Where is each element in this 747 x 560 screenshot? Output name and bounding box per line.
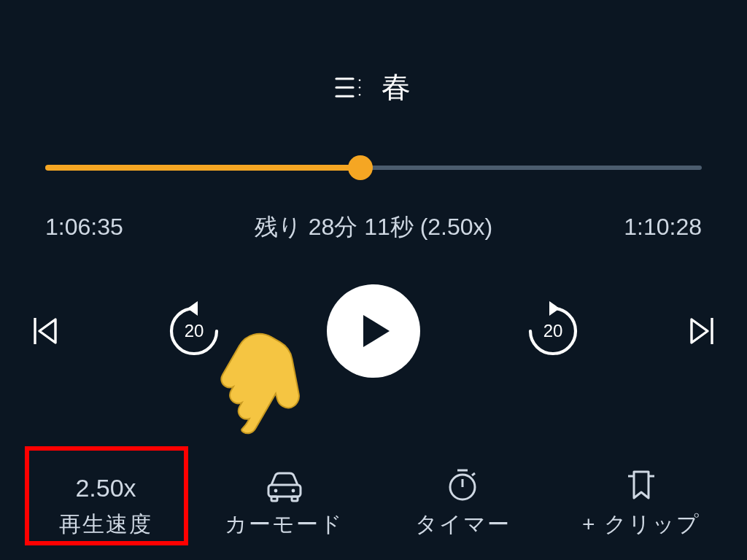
car-mode-label: カーモード — [225, 510, 344, 540]
forward-button[interactable]: 20 — [520, 298, 586, 364]
skip-next-icon — [687, 315, 716, 347]
svg-rect-8 — [268, 485, 301, 497]
svg-point-4 — [359, 86, 361, 88]
progress-fill — [45, 165, 360, 171]
svg-point-10 — [291, 489, 295, 493]
remaining-time: 残り 28分 11秒 (2.50x) — [255, 211, 492, 244]
bookmark-clip-icon — [624, 467, 659, 502]
timer-label: タイマー — [415, 510, 511, 540]
elapsed-time: 1:06:35 — [45, 214, 123, 241]
clip-button[interactable]: + クリップ — [565, 467, 718, 540]
svg-point-9 — [274, 489, 277, 493]
forward-seconds: 20 — [543, 321, 563, 341]
speed-value: 2.50x — [75, 474, 136, 502]
progress-thumb[interactable] — [348, 155, 373, 180]
play-icon — [363, 315, 390, 347]
svg-rect-11 — [271, 497, 277, 501]
timer-icon — [445, 467, 480, 502]
total-time: 1:10:28 — [624, 214, 702, 241]
chapter-title-row[interactable]: 春 — [0, 67, 747, 107]
svg-point-3 — [359, 79, 361, 81]
previous-track-button[interactable] — [29, 315, 61, 347]
chapter-title: 春 — [382, 67, 412, 107]
car-icon — [265, 472, 304, 502]
progress-slider[interactable] — [45, 159, 702, 176]
rewind-seconds: 20 — [185, 321, 204, 341]
svg-point-5 — [359, 93, 361, 96]
svg-line-16 — [472, 473, 475, 475]
playback-speed-button[interactable]: 2.50x 再生速度 — [29, 474, 182, 540]
transport-controls: 20 20 — [29, 284, 718, 378]
clip-label: + クリップ — [582, 510, 700, 540]
car-mode-button[interactable]: カーモード — [208, 472, 361, 540]
skip-previous-icon — [31, 315, 60, 347]
svg-rect-12 — [292, 497, 298, 501]
chapter-list-icon — [335, 76, 364, 99]
rewind-button[interactable]: 20 — [161, 298, 227, 364]
speed-label: 再生速度 — [59, 510, 152, 540]
time-row: 1:06:35 残り 28分 11秒 (2.50x) 1:10:28 — [45, 211, 702, 244]
next-track-button[interactable] — [686, 315, 718, 347]
play-button[interactable] — [327, 284, 420, 378]
timer-button[interactable]: タイマー — [386, 467, 539, 540]
utility-row: 2.50x 再生速度 カーモード タイマー + クリップ — [29, 467, 718, 540]
